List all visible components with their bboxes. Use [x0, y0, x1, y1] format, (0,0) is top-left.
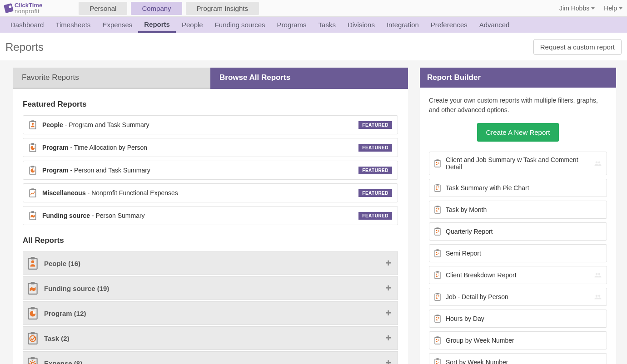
featured-report-row[interactable]: People - Program and Task SummaryFEATURE… — [23, 115, 398, 134]
nav-advanced[interactable]: Advanced — [473, 17, 516, 33]
caret-down-icon — [591, 7, 595, 10]
report-builder-item-label: Quarterly Report — [446, 228, 602, 235]
report-builder-item[interactable]: Hours by Day — [429, 310, 607, 328]
report-builder-item[interactable]: Semi Report — [429, 244, 607, 262]
nav-expenses[interactable]: Expenses — [96, 17, 138, 33]
report-builder-item[interactable]: Client and Job Summary w Task and Commen… — [429, 152, 607, 175]
mode-tab-personal[interactable]: Personal — [79, 2, 127, 15]
clipboard-builder-icon — [434, 227, 441, 236]
report-builder-item[interactable]: Task by Month — [429, 201, 607, 219]
logo-mark-icon — [4, 3, 14, 13]
logo[interactable]: ClickTime nonprofit — [5, 2, 42, 14]
report-builder-item-label: Semi Report — [446, 250, 602, 257]
nav-tasks[interactable]: Tasks — [313, 17, 342, 33]
clipboard-builder-icon — [434, 336, 441, 345]
report-group-row[interactable]: Funding source (19)+ — [23, 276, 398, 300]
create-new-report-button[interactable]: Create A New Report — [477, 123, 559, 142]
user-name-dropdown[interactable]: Jim Hobbs — [559, 5, 595, 12]
report-group-row[interactable]: Expense (8)+ — [23, 351, 398, 364]
top-header: ClickTime nonprofit Personal Company Pro… — [0, 0, 627, 17]
featured-list: People - Program and Task SummaryFEATURE… — [23, 115, 398, 225]
featured-report-row[interactable]: Program - Person and Task SummaryFEATURE… — [23, 161, 398, 180]
featured-badge: FEATURED — [358, 167, 392, 174]
help-label: Help — [604, 5, 617, 12]
request-custom-report-button[interactable]: Request a custom report — [533, 39, 622, 55]
page-header: Reports Request a custom report — [0, 33, 627, 60]
report-group-row[interactable]: People (16)+ — [23, 251, 398, 275]
content: Favorite Reports Browse All Reports Feat… — [0, 60, 627, 364]
featured-report-label: Program - Time Allocation by Person — [42, 144, 358, 151]
clipboard-check-icon — [27, 331, 39, 345]
report-builder-panel: Report Builder Create your own custom re… — [420, 68, 616, 364]
report-builder-list: Client and Job Summary w Task and Commen… — [429, 152, 607, 364]
all-reports-title: All Reports — [23, 236, 398, 245]
nav-integration[interactable]: Integration — [381, 17, 425, 33]
report-builder-item-label: Client and Job Summary w Task and Commen… — [446, 156, 594, 171]
featured-report-row[interactable]: Program - Time Allocation by PersonFEATU… — [23, 138, 398, 157]
report-group-label: Expense (8) — [44, 359, 385, 364]
clipboard-builder-icon — [434, 314, 441, 323]
featured-reports-title: Featured Reports — [23, 100, 398, 109]
clipboard-builder-icon — [434, 205, 441, 214]
nav-dashboard[interactable]: Dashboard — [5, 17, 50, 33]
report-group-label: Task (2) — [44, 334, 385, 342]
page-title: Reports — [5, 41, 44, 54]
caret-down-icon — [619, 7, 622, 10]
clipboard-person-icon — [27, 256, 39, 270]
report-builder-item[interactable]: Client Breakdown Report — [429, 266, 607, 284]
report-builder-item[interactable]: Quarterly Report — [429, 222, 607, 241]
mode-tab-company[interactable]: Company — [131, 2, 182, 15]
shared-users-icon — [594, 272, 602, 278]
nav-programs[interactable]: Programs — [271, 17, 313, 33]
report-builder-item[interactable]: Job - Detail by Person — [429, 288, 607, 306]
user-name-label: Jim Hobbs — [559, 5, 589, 12]
report-builder-item[interactable]: Task Summary with Pie Chart — [429, 179, 607, 197]
report-builder-item[interactable]: Group by Week Number — [429, 331, 607, 349]
report-group-label: Program (12) — [44, 310, 385, 317]
reports-panel: Favorite Reports Browse All Reports Feat… — [13, 68, 408, 364]
tab-favorite-reports[interactable]: Favorite Reports — [13, 68, 210, 89]
featured-report-label: Miscellaneous - Nonprofit Functional Exp… — [42, 189, 358, 197]
featured-report-row[interactable]: Funding source - Person SummaryFEATURED — [23, 206, 398, 225]
nav-bar: Dashboard Timesheets Expenses Reports Pe… — [0, 17, 627, 33]
clipboard-person-icon — [29, 120, 37, 130]
mode-tabs: Personal Company Program Insights — [79, 2, 259, 15]
all-reports-section: All Reports People (16)+Funding source (… — [23, 236, 398, 364]
tab-browse-all-reports[interactable]: Browse All Reports — [210, 68, 408, 89]
report-group-label: People (16) — [44, 260, 385, 267]
shared-users-icon — [594, 294, 602, 300]
featured-report-label: Funding source - Person Summary — [42, 212, 358, 219]
clipboard-pie-icon — [27, 306, 39, 320]
nav-people[interactable]: People — [176, 17, 209, 33]
clipboard-builder-icon — [434, 159, 441, 168]
report-builder-item-label: Hours by Day — [446, 315, 602, 322]
nav-funding-sources[interactable]: Funding sources — [209, 17, 271, 33]
clipboard-builder-icon — [434, 183, 441, 192]
reports-body: Featured Reports People - Program and Ta… — [13, 89, 408, 364]
expand-plus-icon: + — [385, 257, 391, 269]
expand-plus-icon: + — [385, 282, 391, 294]
user-menu: Jim Hobbs Help — [559, 5, 622, 12]
shared-users-icon — [594, 160, 602, 167]
featured-badge: FEATURED — [358, 144, 392, 152]
help-dropdown[interactable]: Help — [604, 5, 622, 12]
featured-badge: FEATURED — [358, 121, 392, 129]
report-group-row[interactable]: Program (12)+ — [23, 301, 398, 325]
report-group-row[interactable]: Task (2)+ — [23, 326, 398, 350]
featured-report-row[interactable]: Miscellaneous - Nonprofit Functional Exp… — [23, 183, 398, 202]
nav-timesheets[interactable]: Timesheets — [50, 17, 96, 33]
clipboard-pie-icon — [29, 165, 37, 175]
clipboard-builder-icon — [434, 358, 441, 364]
expand-plus-icon: + — [385, 332, 391, 344]
clipboard-builder-icon — [434, 249, 441, 258]
report-tabs: Favorite Reports Browse All Reports — [13, 68, 408, 89]
report-builder-item[interactable]: Sort by Week Number — [429, 353, 607, 364]
nav-preferences[interactable]: Preferences — [425, 17, 473, 33]
nav-reports[interactable]: Reports — [138, 17, 176, 33]
report-builder-item-label: Client Breakdown Report — [446, 271, 594, 279]
clipboard-gear-icon — [27, 356, 39, 364]
mode-tab-program-insights[interactable]: Program Insights — [186, 2, 259, 15]
report-builder-item-label: Task by Month — [446, 206, 602, 213]
nav-divisions[interactable]: Divisions — [342, 17, 381, 33]
report-builder-title: Report Builder — [420, 68, 616, 88]
